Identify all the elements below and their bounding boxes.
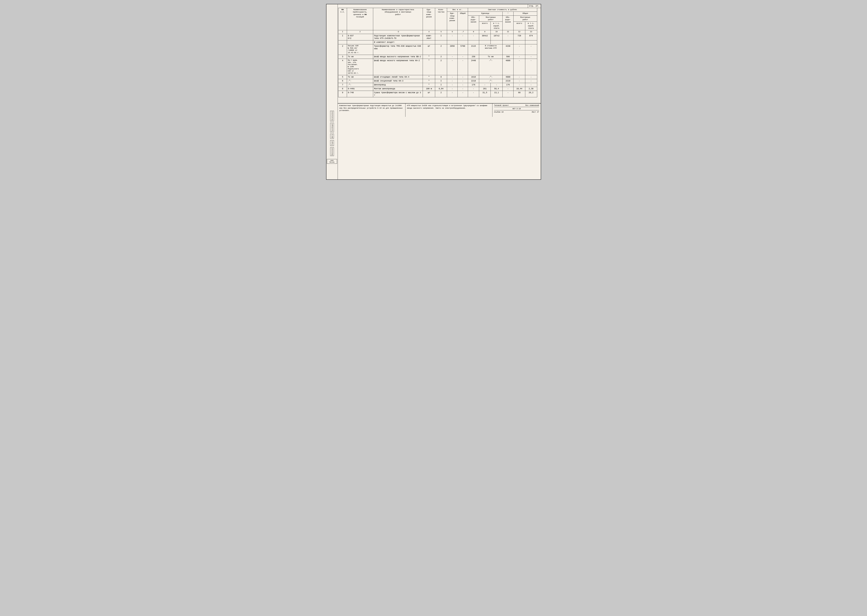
- cell-num: 4: [338, 59, 347, 75]
- table-row: 4 Пр-т врем.цен. утв.постановл.№ 1296Под…: [338, 59, 537, 75]
- cell-pricelist: -"-: [347, 83, 373, 87]
- cell-pricelist: То же: [347, 55, 373, 59]
- cell-num: 2: [338, 44, 347, 55]
- cell-e-unit-equip: 2440: [468, 59, 479, 75]
- footer-project-num: 407-3-18: [512, 108, 521, 110]
- stamp-section: Начальники Руководил Дата Отдел Выполнил: [330, 111, 334, 156]
- col-w-total-header: Общий: [458, 12, 468, 30]
- cell-e-unit-mount-salary: 59,4: [491, 87, 503, 91]
- cell-e-total-equip: -: [502, 91, 513, 97]
- cell-desc: Шинопровод: [373, 83, 423, 87]
- cell-desc: Шкаф ввода низкого напряжения типа КН-2: [373, 59, 423, 75]
- table-row: 5 То же Шкаф отходящих линий типа КН-4 "…: [338, 75, 537, 79]
- cell-e-unit-equip: 2115: [468, 44, 479, 55]
- cell-w-unit: -: [447, 55, 458, 59]
- cell-pricelist: То же: [347, 75, 373, 79]
- cell-e-unit-equip: -: [468, 91, 479, 97]
- cell-w-total: -: [458, 75, 468, 79]
- cell-unit: комп-лект: [423, 34, 435, 41]
- cell-e-unit-mount-combined: -"-: [479, 75, 502, 79]
- col-total-mount-header: Монтажныхработ: [513, 16, 537, 22]
- idx-9: 9: [479, 30, 491, 34]
- cell-num: 9: [338, 91, 347, 97]
- idx-7: .7: [458, 30, 468, 34]
- cell-w-total: -: [458, 55, 468, 59]
- cell-qty: 0,04: [435, 87, 447, 91]
- cell-desc: Подстанция комплектная трансформаторная …: [373, 34, 423, 41]
- org-city: 1965: [328, 160, 336, 161]
- cell-qty: I: [435, 34, 447, 41]
- cell-subheader: В комплект входят:: [373, 41, 423, 44]
- col-desc-header: Наименование и характеристикаоборудовани…: [373, 8, 423, 30]
- cell-w-unit: -: [447, 59, 458, 75]
- cell-e-total-mount-total: -: [513, 55, 525, 59]
- cell-desc: Сушка трансформатора весом с маслом до 3…: [373, 91, 423, 97]
- cell-e-unit-mount-total: -: [479, 83, 491, 87]
- footer-left-text: Комплектные трансформаторные подстанции …: [339, 105, 404, 112]
- cell-desc: Трансформатор типа ТМЗ-630 мощностью 630…: [373, 44, 423, 55]
- cell-e-unit-equip: 176: [468, 83, 479, 87]
- cell-e-unit-mount-salary: 187х2: [491, 34, 503, 41]
- idx-11: II: [502, 30, 513, 34]
- col-unit-mount-header: Монтажныхработ: [479, 16, 502, 22]
- cell-e-unit-mount-combined: В стоимостимонтажа КТП: [479, 44, 502, 55]
- stamp-label-4: Отдел: [330, 140, 334, 146]
- cell-desc: Шкаф ввода высокого напряжения типа ВВ-2: [373, 55, 423, 59]
- cell-empty: [513, 41, 525, 44]
- cell-e-total-mount-total: -: [513, 59, 525, 75]
- cell-pricelist: 8-740: [347, 91, 373, 97]
- cell-e-total-equip: 506: [502, 55, 513, 59]
- col-unit-header: Еди-ницаизме-рения: [423, 8, 435, 30]
- cell-e-total-mount-total: -: [513, 79, 525, 83]
- footer-middle-text: КТП мощностью 2х630 ква отдельностоящая …: [407, 105, 491, 109]
- table-row: 7 -"- Шинопровод " I - - 176 - - 176 - -: [338, 83, 537, 87]
- cell-w-total: -: [458, 34, 468, 41]
- cell-desc: Шкаф секционный типа КН-3: [373, 79, 423, 83]
- cell-e-unit-mount-combined: -"-: [479, 79, 502, 83]
- cell-e-total-mount-total: 10,44: [513, 87, 525, 91]
- main-table: №№п.п. Наименованиепрейскуранта,ценника …: [338, 8, 537, 97]
- cell-qty: I: [435, 83, 447, 87]
- cell-e-total-mount-salary: -: [525, 83, 537, 87]
- cell-desc: Шкаф отходящих линий типа КН-4: [373, 75, 423, 79]
- idx-1: I: [338, 30, 347, 34]
- cell-w-total: -: [458, 59, 468, 75]
- idx-13: I3: [525, 30, 537, 34]
- col-total-equip-header: Обо-рудо-вания: [502, 16, 513, 30]
- cell-e-total-mount-salary: -: [525, 44, 537, 55]
- index-row: I 2 -3 4 5 6 .7 8 9 IO II I2 I3: [338, 30, 537, 34]
- left-sidebar: Начальники Руководил Дата Отдел Выполнил…: [326, 4, 338, 179]
- idx-2: 2: [347, 30, 373, 34]
- cell-empty: [347, 41, 373, 44]
- col-total-mount-total-header: всего: [513, 22, 525, 30]
- cell-qty: 2: [435, 55, 447, 59]
- cell-w-total: -: [458, 91, 468, 97]
- cell-desc: Монтаж шинопровода: [373, 87, 423, 91]
- footer-right: Типовой проект без изменений 407-3-18 Ал…: [493, 104, 541, 117]
- cell-num: 6: [338, 79, 347, 83]
- cell-qty: 2: [435, 44, 447, 55]
- col-unit-equip-header: Обо-рудо-вания: [468, 16, 479, 30]
- cell-num: 3: [338, 55, 347, 59]
- table-row-subheader: В комплект входят:: [338, 41, 537, 44]
- cell-unit: шт: [423, 91, 435, 97]
- stamp-label-3: Дата: [330, 134, 334, 138]
- cell-w-unit: -: [447, 87, 458, 91]
- footer-left: Комплектные трансформаторные подстанции …: [338, 104, 406, 117]
- col-num-header: №№п.п.: [338, 8, 347, 30]
- cell-e-total-mount-total: -: [513, 75, 525, 79]
- col-pricelist-header: Наименованиепрейскуранта,ценника и №№поз…: [347, 8, 373, 30]
- footer-middle: КТП мощностью 2х630 ква отдельностоящая …: [406, 104, 493, 117]
- idx-10: IO: [491, 30, 503, 34]
- cell-e-total-mount-salary: -: [525, 59, 537, 75]
- table-row: 3 То же Шкаф ввода высокого напряжения т…: [338, 55, 537, 59]
- unit-cost-group: Единицы: [468, 12, 503, 16]
- cell-unit: ": [423, 83, 435, 87]
- cell-pricelist: Письмо ХЗП№ П30-10//10805 от15.XI-65 г.: [347, 44, 373, 55]
- cell-empty: [479, 41, 491, 44]
- cell-e-total-equip: 4880: [502, 59, 513, 75]
- cell-qty: 2: [435, 59, 447, 75]
- cell-e-total-equip: 2218: [502, 79, 513, 83]
- cell-unit: ": [423, 79, 435, 83]
- cell-e-total-mount-salary: -: [525, 75, 537, 79]
